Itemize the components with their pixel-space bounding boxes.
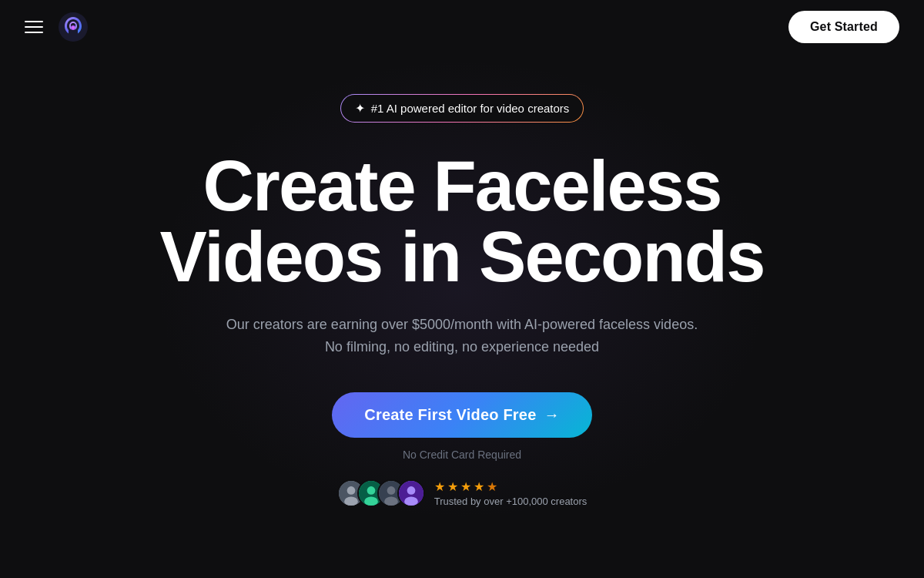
star-2: ★ bbox=[447, 479, 458, 494]
badge: ✦ #1 AI powered editor for video creator… bbox=[340, 94, 584, 123]
star-3: ★ bbox=[460, 479, 471, 494]
svg-point-13 bbox=[404, 496, 418, 506]
sparkle-icon: ✦ bbox=[355, 101, 365, 116]
arrow-icon: → bbox=[544, 406, 560, 424]
svg-point-4 bbox=[344, 496, 358, 506]
hero-heading-line2: Videos in Seconds bbox=[159, 217, 764, 296]
menu-icon[interactable] bbox=[25, 21, 43, 33]
star-1: ★ bbox=[434, 479, 445, 494]
trusted-label: Trusted by over +100,000 creators bbox=[434, 496, 588, 507]
svg-point-9 bbox=[387, 486, 395, 495]
hero-heading: Create Faceless Videos in Seconds bbox=[159, 150, 764, 292]
star-5: ★ bbox=[487, 479, 497, 494]
svg-point-7 bbox=[364, 496, 378, 506]
hero-subtitle: Our creators are earning over $5000/mont… bbox=[216, 314, 708, 358]
badge-label: #1 AI powered editor for video creators bbox=[371, 102, 570, 115]
cta-label: Create First Video Free bbox=[364, 406, 536, 424]
svg-point-6 bbox=[367, 486, 375, 495]
star-rating: ★ ★ ★ ★ ★ bbox=[434, 479, 588, 494]
svg-point-1 bbox=[71, 25, 75, 30]
social-text: ★ ★ ★ ★ ★ Trusted by over +100,000 creat… bbox=[434, 479, 588, 507]
hero-heading-line1: Create Faceless bbox=[203, 146, 721, 225]
svg-point-10 bbox=[384, 496, 398, 506]
logo bbox=[59, 12, 88, 42]
social-proof: ★ ★ ★ ★ ★ Trusted by over +100,000 creat… bbox=[337, 479, 588, 507]
cta-button[interactable]: Create First Video Free → bbox=[332, 392, 591, 438]
no-credit-card-text: No Credit Card Required bbox=[403, 449, 521, 461]
main-content: ✦ #1 AI powered editor for video creator… bbox=[0, 0, 924, 578]
avatar bbox=[397, 479, 425, 507]
header: Get Started bbox=[0, 0, 924, 54]
svg-point-12 bbox=[407, 486, 415, 495]
star-4: ★ bbox=[474, 479, 484, 494]
avatar-group bbox=[337, 479, 425, 507]
header-left bbox=[25, 12, 88, 42]
svg-point-3 bbox=[346, 486, 355, 495]
get-started-button[interactable]: Get Started bbox=[788, 11, 899, 43]
